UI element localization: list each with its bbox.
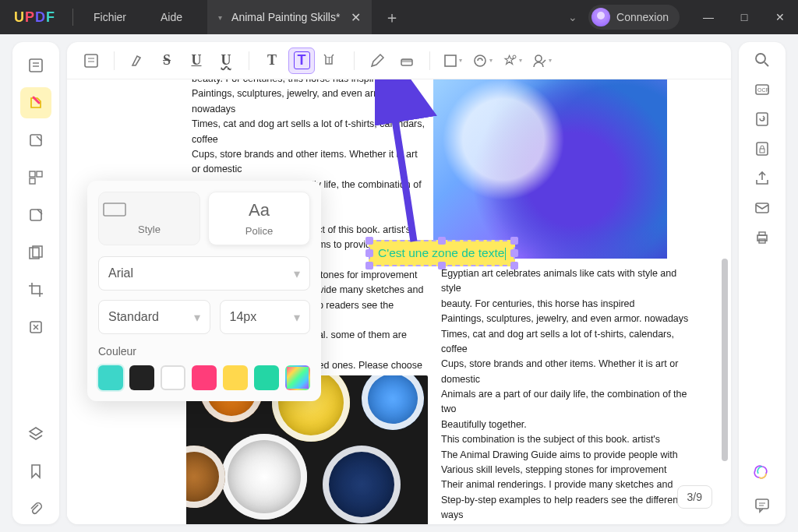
callout-icon[interactable]: T bbox=[318, 48, 344, 74]
text-properties-panel: Style Aa Police Arial▾ Standard▾ 14px▾ bbox=[87, 181, 321, 401]
resize-handle[interactable] bbox=[365, 237, 373, 245]
svg-rect-11 bbox=[85, 55, 97, 67]
svg-rect-29 bbox=[756, 203, 768, 213]
sticker-icon[interactable]: ▾ bbox=[499, 48, 525, 74]
bookmark-button[interactable] bbox=[20, 456, 51, 487]
svg-rect-6 bbox=[30, 178, 35, 184]
share-icon[interactable] bbox=[754, 170, 771, 187]
svg-rect-28 bbox=[760, 149, 764, 153]
text-box-content[interactable]: C'est une zone de texte bbox=[378, 246, 504, 259]
textbox-tool-button[interactable]: T bbox=[288, 48, 315, 74]
crop-button[interactable] bbox=[20, 274, 51, 305]
protect-icon[interactable] bbox=[754, 140, 771, 157]
minimize-window-button[interactable]: ― bbox=[690, 0, 726, 34]
signature-icon[interactable]: ▾ bbox=[528, 48, 555, 74]
annotation-toolbar: S U U T T T ▾ ▾ ▾ ▾ bbox=[67, 42, 731, 79]
stamp-icon[interactable]: ▾ bbox=[469, 48, 496, 74]
ocr-icon[interactable]: OCR bbox=[754, 81, 771, 98]
login-button[interactable]: Connexion bbox=[588, 5, 680, 30]
resize-handle[interactable] bbox=[365, 262, 373, 270]
squiggly-icon[interactable]: U bbox=[213, 48, 239, 74]
swatch-green[interactable] bbox=[254, 365, 279, 390]
swatch-pink[interactable] bbox=[192, 365, 217, 390]
comments-panel-icon[interactable] bbox=[754, 496, 771, 513]
underline-icon[interactable]: U bbox=[183, 48, 210, 74]
search-icon[interactable] bbox=[754, 51, 771, 69]
document-tab[interactable]: ▾ Animal Painting Skills* ✕ bbox=[207, 0, 372, 34]
svg-rect-17 bbox=[445, 55, 456, 66]
svg-line-23 bbox=[764, 62, 768, 66]
font-size-select[interactable]: 14px▾ bbox=[220, 300, 310, 334]
text-box-annotation[interactable]: C'est une zone de texte bbox=[369, 240, 515, 266]
titlebar: UPDF Fichier Aide ▾ Animal Painting Skil… bbox=[0, 0, 798, 34]
svg-point-22 bbox=[756, 54, 765, 63]
tabs-overflow-chevron-icon[interactable]: ⌄ bbox=[557, 11, 588, 23]
text-comment-icon[interactable]: T bbox=[259, 48, 285, 74]
svg-rect-16 bbox=[401, 59, 412, 62]
swatch-white[interactable] bbox=[161, 365, 185, 390]
menu-file[interactable]: Fichier bbox=[76, 11, 143, 23]
resize-handle[interactable] bbox=[510, 237, 518, 245]
swatch-teal[interactable] bbox=[98, 365, 123, 390]
organize-mode-button[interactable] bbox=[20, 162, 51, 193]
font-weight-select[interactable]: Standard▾ bbox=[98, 300, 210, 334]
note-icon[interactable] bbox=[78, 48, 104, 74]
svg-rect-21 bbox=[104, 203, 125, 216]
layers-button[interactable] bbox=[20, 418, 51, 449]
tab-title: Animal Painting Skills* bbox=[231, 11, 340, 23]
logo: UPDF bbox=[0, 9, 69, 26]
font-tab[interactable]: Aa Police bbox=[208, 192, 310, 245]
resize-handle[interactable] bbox=[438, 262, 446, 270]
strikethrough-icon[interactable]: S bbox=[154, 48, 180, 74]
chevron-down-icon: ▾ bbox=[194, 310, 200, 325]
svg-point-20 bbox=[535, 55, 542, 62]
svg-text:T: T bbox=[327, 55, 332, 65]
style-tab[interactable]: Style bbox=[98, 192, 200, 245]
eraser-icon[interactable] bbox=[394, 48, 420, 74]
svg-point-18 bbox=[475, 55, 486, 66]
doc-text-column-2: Egyptian art celebrates animals like cat… bbox=[441, 266, 690, 524]
shape-rect-icon[interactable]: ▾ bbox=[440, 48, 466, 74]
edit-mode-button[interactable] bbox=[20, 125, 51, 156]
menu-help[interactable]: Aide bbox=[143, 11, 200, 23]
maximize-window-button[interactable]: □ bbox=[726, 0, 762, 34]
svg-rect-26 bbox=[757, 113, 768, 125]
print-icon[interactable] bbox=[754, 229, 771, 246]
highlighter-icon[interactable] bbox=[124, 48, 150, 74]
svg-rect-31 bbox=[759, 232, 765, 235]
email-icon[interactable] bbox=[754, 199, 771, 217]
login-label: Connexion bbox=[616, 11, 669, 23]
avatar-icon bbox=[591, 8, 610, 26]
color-section-label: Couleur bbox=[98, 345, 310, 358]
svg-point-19 bbox=[513, 55, 516, 58]
new-tab-button[interactable]: ＋ bbox=[372, 7, 412, 28]
font-family-select[interactable]: Arial▾ bbox=[98, 256, 310, 291]
swatch-yellow[interactable] bbox=[223, 365, 248, 390]
resize-handle[interactable] bbox=[438, 237, 446, 245]
swatch-custom-color[interactable] bbox=[285, 365, 310, 390]
swatch-black[interactable] bbox=[129, 365, 154, 390]
pencil-icon[interactable] bbox=[364, 48, 390, 74]
close-tab-icon[interactable]: ✕ bbox=[351, 10, 361, 25]
compress-button[interactable] bbox=[20, 312, 51, 343]
chevron-down-icon: ▾ bbox=[294, 310, 300, 325]
resize-handle[interactable] bbox=[510, 249, 518, 257]
ai-assistant-icon[interactable] bbox=[752, 463, 772, 484]
redact-button[interactable] bbox=[20, 237, 51, 268]
attachment-button[interactable] bbox=[20, 493, 51, 524]
resize-handle[interactable] bbox=[365, 249, 373, 257]
resize-handle[interactable] bbox=[510, 262, 518, 270]
vertical-scrollbar[interactable] bbox=[722, 259, 728, 461]
reader-mode-button[interactable] bbox=[20, 50, 51, 81]
page-counter[interactable]: 3/9 bbox=[677, 485, 712, 509]
comment-mode-button[interactable] bbox=[20, 87, 51, 118]
convert-icon[interactable] bbox=[754, 111, 771, 128]
close-window-button[interactable]: ✕ bbox=[762, 0, 798, 34]
right-rail: OCR bbox=[739, 42, 786, 524]
tab-dropdown-icon[interactable]: ▾ bbox=[218, 13, 222, 22]
page-viewport[interactable]: beauty. For centuries, this horse has in… bbox=[67, 79, 731, 524]
svg-text:OCR: OCR bbox=[757, 87, 770, 93]
left-rail bbox=[12, 42, 59, 524]
form-mode-button[interactable] bbox=[20, 199, 51, 231]
svg-rect-33 bbox=[756, 499, 768, 509]
